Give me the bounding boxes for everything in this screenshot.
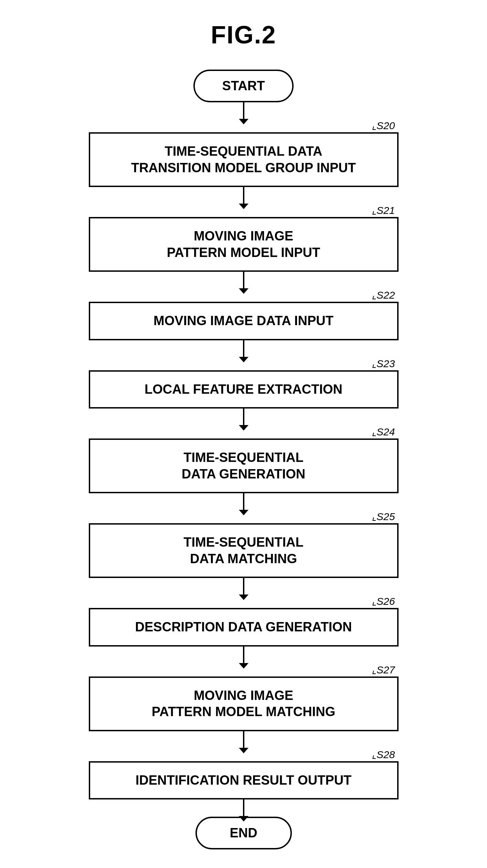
step-s24-text1: TIME-SEQUENTIAL [183, 450, 303, 465]
end-shape: END [195, 817, 292, 849]
step-s20-text1: TIME-SEQUENTIAL DATA [165, 144, 322, 158]
step-s22-box: MOVING IMAGE DATA INPUT [89, 302, 399, 340]
step-s27-wrapper: ⌞S27 MOVING IMAGE PATTERN MODEL MATCHING [89, 664, 399, 731]
step-s25-label: ⌞S25 [372, 510, 395, 523]
step-s25-text1: TIME-SEQUENTIAL [183, 535, 303, 549]
arrow-1 [243, 187, 244, 204]
step-s27-box: MOVING IMAGE PATTERN MODEL MATCHING [89, 676, 399, 731]
step-s24-label: ⌞S24 [372, 426, 395, 438]
step-s27-label: ⌞S27 [372, 664, 395, 676]
step-s20-text2: TRANSITION MODEL GROUP INPUT [131, 161, 356, 175]
step-s22-text1: MOVING IMAGE DATA INPUT [153, 313, 334, 328]
start-shape: START [193, 70, 294, 102]
step-s23-wrapper: ⌞S23 LOCAL FEATURE EXTRACTION [89, 358, 399, 409]
step-s23-box: LOCAL FEATURE EXTRACTION [89, 370, 399, 409]
step-s28-text1: IDENTIFICATION RESULT OUTPUT [136, 773, 352, 787]
step-s28-label: ⌞S28 [372, 748, 395, 761]
step-s21-text1: MOVING IMAGE [194, 229, 293, 243]
arrow-4 [243, 409, 244, 426]
step-s26-label: ⌞S26 [372, 595, 395, 607]
step-s28-box: IDENTIFICATION RESULT OUTPUT [89, 761, 399, 800]
figure-title: FIG.2 [211, 21, 276, 49]
step-s20-label: ⌞S20 [372, 120, 395, 132]
arrow-2 [243, 272, 244, 289]
step-s27-text1: MOVING IMAGE [194, 688, 293, 703]
step-s24-wrapper: ⌞S24 TIME-SEQUENTIAL DATA GENERATION [89, 426, 399, 493]
step-s26-text1: DESCRIPTION DATA GENERATION [135, 620, 352, 634]
arrow-6 [243, 578, 244, 595]
step-s23-label: ⌞S23 [372, 358, 395, 370]
step-s21-text2: PATTERN MODEL INPUT [167, 245, 320, 260]
step-s27-text2: PATTERN MODEL MATCHING [152, 704, 335, 719]
step-s21-wrapper: ⌞S21 MOVING IMAGE PATTERN MODEL INPUT [89, 204, 399, 272]
step-s24-box: TIME-SEQUENTIAL DATA GENERATION [89, 438, 399, 493]
arrow-9 [243, 799, 244, 817]
arrow-8 [243, 731, 244, 748]
step-s25-wrapper: ⌞S25 TIME-SEQUENTIAL DATA MATCHING [89, 510, 399, 578]
arrow-5 [243, 493, 244, 510]
step-s20-wrapper: ⌞S20 TIME-SEQUENTIAL DATA TRANSITION MOD… [89, 120, 399, 187]
arrow-3 [243, 340, 244, 358]
step-s21-box: MOVING IMAGE PATTERN MODEL INPUT [89, 217, 399, 272]
step-s25-text2: DATA MATCHING [190, 551, 297, 566]
step-s26-box: DESCRIPTION DATA GENERATION [89, 608, 399, 647]
step-s22-label: ⌞S22 [372, 289, 395, 301]
step-s20-box: TIME-SEQUENTIAL DATA TRANSITION MODEL GR… [89, 132, 399, 187]
step-s24-text2: DATA GENERATION [182, 467, 306, 481]
step-s26-wrapper: ⌞S26 DESCRIPTION DATA GENERATION [89, 595, 399, 647]
arrow-7 [243, 647, 244, 664]
step-s25-box: TIME-SEQUENTIAL DATA MATCHING [89, 523, 399, 578]
step-s21-label: ⌞S21 [372, 204, 395, 216]
step-s22-wrapper: ⌞S22 MOVING IMAGE DATA INPUT [89, 289, 399, 340]
step-s28-wrapper: ⌞S28 IDENTIFICATION RESULT OUTPUT [89, 748, 399, 800]
flowchart: START ⌞S20 TIME-SEQUENTIAL DATA TRANSITI… [89, 70, 399, 849]
step-s23-text1: LOCAL FEATURE EXTRACTION [145, 382, 342, 396]
page-container: FIG.2 START ⌞S20 TIME-SEQUENTIAL DATA TR… [0, 0, 487, 868]
arrow-0 [243, 102, 244, 120]
